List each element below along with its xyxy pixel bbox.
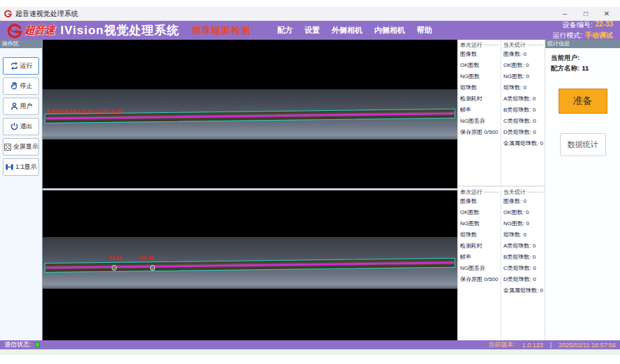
stat-row: NG图数 — [460, 71, 501, 82]
stat-row: 帧率 — [460, 105, 501, 116]
stat-row: B类熔珠数: 0 — [503, 252, 545, 263]
run-button-label: 运行 — [20, 61, 33, 70]
measurement-annotation: 56.43 — [140, 255, 154, 260]
statistics-info-panel: 统计信息 当前用户: 配方名称:11 准备 数据统计 — [545, 40, 620, 340]
exit-button-label: 退出 — [20, 122, 33, 131]
stat-row: D类熔珠数: 0 — [503, 274, 545, 285]
data-statistics-button[interactable]: 数据统计 — [560, 133, 606, 156]
datetime-value: 2025/02/11 16:57:56 — [559, 342, 616, 349]
camera-viewports: 4.0R0.85 39.8X1.69 21.57 41.69 53.11 56.… — [43, 40, 457, 340]
recipe-name-label: 配方名称: — [551, 64, 580, 72]
fullscreen-grid-icon — [3, 143, 12, 151]
stat-row: 金属屑熔珠数: 0 — [503, 138, 545, 149]
window-title: 超音速视觉处理系统 — [15, 9, 78, 19]
daily-stats-group-bottom: 当天统计 图像数: 0OK图数: 0NG图数: 0熔珠数: 0A类熔珠数: 0B… — [501, 187, 545, 339]
os-title-bar: 超音速视觉处理系统 – □ ✕ — [0, 7, 620, 21]
device-number-value: 22-33 — [595, 20, 613, 30]
stat-row: 熔珠数 — [460, 229, 501, 241]
defect-marker — [112, 265, 117, 271]
single-run-group-bottom: 单次运行 图像数OK图数NG图数熔珠数检测耗时帧率NG图丢弃保存原图 0/500 — [458, 187, 501, 339]
stat-row: 金属屑熔珠数: 0 — [503, 285, 545, 296]
comm-status-indicator — [35, 342, 40, 347]
user-icon — [10, 102, 19, 111]
single-run-rows: 图像数OK图数NG图数熔珠数检测耗时帧率NG图丢弃保存原图 0/500 — [460, 196, 501, 285]
stat-row: B类熔珠数: 0 — [503, 105, 545, 116]
app-subtitle: 熔珠端面检测 — [192, 24, 251, 37]
menu-outer-camera[interactable]: 外侧相机 — [332, 25, 362, 36]
stat-row: NG图数: 0 — [503, 71, 545, 82]
single-run-rows: 图像数OK图数NG图数熔珠数检测耗时帧率NG图丢弃保存原图 0/500 — [460, 49, 501, 138]
sidebar-title: 操作区 — [0, 40, 42, 48]
outer-camera-viewport[interactable]: 4.0R0.85 39.8X1.69 21.57 41.69 — [43, 40, 457, 188]
fullscreen-button[interactable]: 全屏显示 — [3, 138, 39, 156]
status-bar: 通信状态: 当前版本: 1.0.123 | 2025/02/11 16:57:5… — [0, 340, 620, 349]
stat-row: 图像数: 0 — [503, 49, 545, 60]
comm-status-label: 通信状态: — [4, 340, 31, 349]
stat-row: C类熔珠数: 0 — [503, 263, 545, 274]
cycle-arrows-icon — [10, 61, 19, 70]
daily-stats-title: 当天统计 — [503, 41, 526, 49]
daily-stats-rows: 图像数: 0OK图数: 0NG图数: 0熔珠数: 0A类熔珠数: 0B类熔珠数:… — [503, 196, 545, 296]
stat-row: D类熔珠数: 0 — [503, 127, 545, 138]
stat-row: NG图数: 0 — [503, 218, 545, 229]
one-to-one-button[interactable]: 1:1显示 — [3, 158, 39, 176]
daily-stats-rows: 图像数: 0OK图数: 0NG图数: 0熔珠数: 0A类熔珠数: 0B类熔珠数:… — [503, 49, 545, 149]
user-button[interactable]: 用户 — [3, 98, 39, 115]
measurement-annotation: 53.11 — [109, 255, 122, 260]
stop-button-label: 停止 — [20, 82, 33, 91]
stat-row: OK图数 — [460, 207, 501, 218]
statistics-columns: 单次运行 图像数OK图数NG图数熔珠数检测耗时帧率NG图丢弃保存原图 0/500… — [457, 40, 545, 340]
run-mode-value: 手动调试 — [585, 31, 613, 40]
defect-marker — [150, 265, 155, 271]
stat-row: 熔珠数 — [460, 82, 501, 93]
run-mode-label: 运行模式: — [552, 31, 582, 40]
info-panel-title: 统计信息 — [545, 40, 620, 48]
stat-row: 图像数 — [460, 196, 501, 207]
stat-row: A类熔珠数: 0 — [503, 93, 545, 105]
prepare-button[interactable]: 准备 — [559, 89, 607, 114]
window-bottom-strip — [0, 349, 620, 355]
single-run-title: 单次运行 — [460, 188, 482, 196]
stat-row: NG图数 — [460, 218, 501, 229]
inner-camera-viewport[interactable]: 53.11 56.43 — [43, 190, 457, 340]
minimize-button[interactable]: – — [556, 8, 574, 20]
stat-row: 图像数 — [460, 49, 501, 60]
close-button[interactable]: ✕ — [598, 8, 616, 20]
stat-row: OK图数: 0 — [503, 60, 545, 71]
maximize-button[interactable]: □ — [577, 8, 595, 20]
stat-row: 保存原图 0/500 — [460, 274, 501, 285]
device-number-label: 设备编号: — [563, 20, 593, 30]
header-device-info: 设备编号:22-33 运行模式:手动调试 — [552, 20, 613, 40]
stat-row: NG图丢弃 — [460, 116, 501, 127]
brand-logo-icon — [7, 23, 22, 38]
run-button[interactable]: 运行 — [3, 57, 39, 75]
main-area: 操作区 运行 停止 用户 退出 全屏显示 — [0, 40, 620, 340]
stop-button[interactable]: 停止 — [3, 77, 39, 95]
one-to-one-button-label: 1:1显示 — [15, 162, 37, 172]
daily-stats-group-top: 当天统计 图像数: 0OK图数: 0NG图数: 0熔珠数: 0A类熔珠数: 0B… — [501, 40, 545, 185]
one-to-one-icon — [5, 162, 14, 172]
stat-row: C类熔珠数: 0 — [503, 116, 545, 127]
measurement-annotation: 4.0R0.85 39.8X1.69 21.57 41.69 — [46, 109, 123, 114]
stat-row: 图像数: 0 — [503, 196, 545, 207]
menu-inner-camera[interactable]: 内侧相机 — [374, 25, 405, 36]
brand-name: 超音速 — [24, 24, 55, 37]
stat-row: 检测耗时 — [460, 241, 501, 252]
fullscreen-button-label: 全屏显示 — [13, 142, 38, 151]
stat-row: 保存原图 0/500 — [460, 127, 501, 138]
stat-row: OK图数: 0 — [503, 207, 545, 218]
menu-bar: 配方 设置 外侧相机 内侧相机 帮助 — [277, 25, 432, 36]
daily-stats-title: 当天统计 — [503, 188, 526, 196]
menu-help[interactable]: 帮助 — [417, 25, 432, 36]
stat-row: OK图数 — [460, 60, 501, 71]
menu-settings[interactable]: 设置 — [304, 25, 320, 36]
menu-recipe[interactable]: 配方 — [277, 25, 293, 36]
separator: | — [550, 342, 552, 349]
stat-row: A类熔珠数: 0 — [503, 241, 545, 252]
exit-button[interactable]: 退出 — [3, 118, 39, 135]
operation-sidebar: 操作区 运行 停止 用户 退出 全屏显示 — [0, 40, 43, 340]
stat-row: 检测耗时 — [460, 93, 501, 105]
stat-row: NG图丢弃 — [460, 263, 501, 274]
user-button-label: 用户 — [20, 102, 33, 111]
stat-row: 帧率 — [460, 252, 501, 263]
